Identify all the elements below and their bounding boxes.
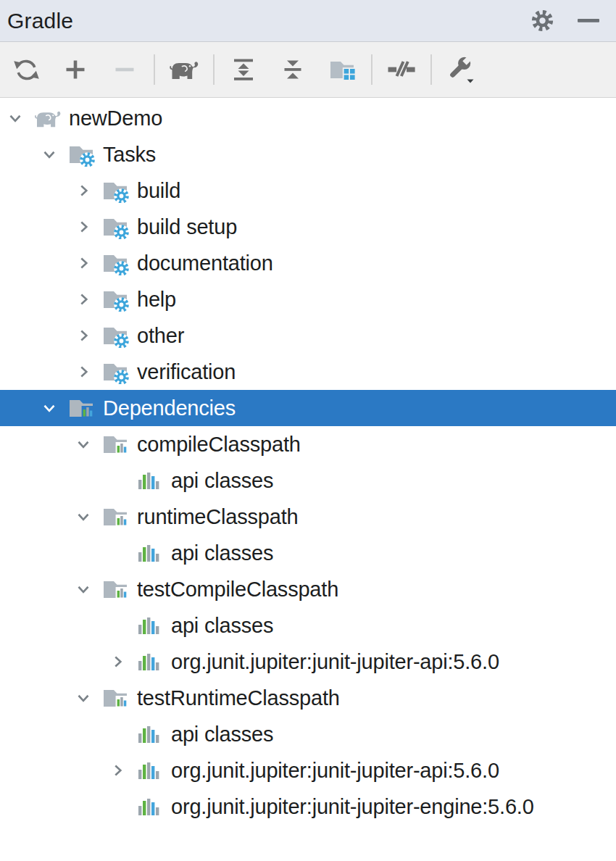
- tree-row-label: org.junit.jupiter:junit-jupiter-api:5.6.…: [171, 650, 499, 674]
- chevron-down-icon[interactable]: [74, 580, 101, 599]
- folder-gear-icon: [67, 142, 96, 167]
- hide-tool-window-button[interactable]: [574, 7, 603, 36]
- folder-gear-icon: [101, 215, 130, 239]
- tree-row[interactable]: build: [0, 172, 616, 209]
- chevron-down-icon[interactable]: [74, 689, 101, 707]
- group-modules-button[interactable]: [320, 49, 365, 90]
- bar-chart-icon: [136, 759, 165, 782]
- toolbar-separator: [371, 54, 372, 85]
- bar-chart-icon: [136, 650, 165, 673]
- refresh-gradle-projects-button[interactable]: [4, 49, 49, 90]
- folder-chart-icon: [101, 432, 130, 457]
- wrench-icon: [446, 54, 476, 85]
- tree-row-label: api classes: [171, 723, 273, 746]
- minimize-icon: [575, 8, 602, 34]
- chevron-right-icon[interactable]: [74, 326, 101, 345]
- refresh-icon: [13, 57, 40, 83]
- tree-row[interactable]: Tasks: [0, 136, 616, 172]
- tree-row[interactable]: documentation: [0, 245, 616, 281]
- chevron-down-icon[interactable]: [74, 435, 101, 454]
- tree-row[interactable]: api classes: [0, 535, 616, 571]
- chevron-right-icon[interactable]: [74, 290, 101, 309]
- gradle-tool-window: Gradle: [0, 0, 616, 861]
- chevron-down-icon[interactable]: [40, 399, 67, 417]
- tree-row[interactable]: help: [0, 281, 616, 317]
- tree-row[interactable]: api classes: [0, 462, 616, 499]
- toolbar-separator: [430, 54, 432, 85]
- plus-icon: [62, 57, 88, 83]
- tree-row[interactable]: verification: [0, 354, 616, 390]
- bar-chart-icon: [136, 795, 165, 818]
- gradle-toolbar: [0, 42, 616, 98]
- chevron-down-icon[interactable]: [74, 507, 101, 526]
- tree-row-label: newDemo: [69, 107, 162, 130]
- tree-row[interactable]: api classes: [0, 716, 616, 752]
- gradle-elephant-icon: [33, 107, 62, 130]
- tree-row-label: other: [137, 324, 184, 348]
- collapse-all-icon: [280, 57, 306, 83]
- tree-row-label: documentation: [137, 251, 273, 275]
- folder-chart-icon: [101, 686, 130, 710]
- tree-row-label: build setup: [137, 215, 237, 239]
- tree-row[interactable]: testRuntimeClasspath: [0, 680, 616, 716]
- bar-chart-icon: [136, 469, 165, 492]
- execute-gradle-task-button[interactable]: [162, 49, 207, 90]
- tree-row[interactable]: api classes: [0, 607, 616, 644]
- tree-row-label: runtimeClasspath: [137, 505, 298, 529]
- tree-row-label: compileClasspath: [137, 433, 301, 457]
- tree-row-label: api classes: [171, 541, 273, 565]
- tree-row[interactable]: Dependencies: [0, 390, 616, 426]
- tool-window-settings-button[interactable]: [528, 7, 557, 36]
- folder-chart-icon: [67, 396, 96, 420]
- tree-row[interactable]: build setup: [0, 209, 616, 245]
- chevron-right-icon[interactable]: [108, 761, 136, 780]
- build-tool-settings-button[interactable]: [438, 49, 483, 90]
- chevron-down-icon[interactable]: [40, 145, 67, 164]
- tree-row-label: verification: [137, 360, 236, 384]
- minus-icon: [112, 57, 138, 83]
- toggle-offline-mode-button[interactable]: [379, 49, 424, 90]
- gear-icon: [530, 8, 555, 33]
- bar-chart-icon: [136, 723, 165, 746]
- tree-row[interactable]: org.junit.jupiter:junit-jupiter-engine:5…: [0, 789, 616, 825]
- tree-row[interactable]: runtimeClasspath: [0, 499, 616, 535]
- tree-row-label: testCompileClasspath: [137, 578, 338, 602]
- tree-row-label: Tasks: [103, 143, 156, 167]
- tree-row[interactable]: newDemo: [0, 100, 616, 136]
- chevron-right-icon[interactable]: [74, 362, 101, 381]
- add-gradle-project-button[interactable]: [53, 49, 98, 90]
- folder-gear-icon: [101, 323, 130, 348]
- chevron-right-icon[interactable]: [108, 652, 136, 671]
- tree-row-label: Dependencies: [103, 396, 236, 420]
- folder-gear-icon: [101, 287, 130, 312]
- tree-row[interactable]: org.junit.jupiter:junit-jupiter-api:5.6.…: [0, 752, 616, 789]
- folder-gear-icon: [101, 178, 130, 203]
- folder-gear-icon: [101, 359, 130, 384]
- tree-row[interactable]: org.junit.jupiter:junit-jupiter-api:5.6.…: [0, 644, 616, 680]
- expand-all-icon: [230, 57, 257, 83]
- collapse-all-button[interactable]: [270, 49, 315, 90]
- remove-gradle-project-button[interactable]: [102, 49, 147, 90]
- tree-row[interactable]: testCompileClasspath: [0, 571, 616, 607]
- chevron-right-icon[interactable]: [74, 181, 101, 200]
- bar-chart-icon: [136, 614, 165, 637]
- folder-chart-icon: [101, 504, 130, 529]
- chevron-right-icon[interactable]: [74, 254, 101, 273]
- tree-row-label: testRuntimeClasspath: [137, 686, 340, 710]
- tree-row-label: api classes: [171, 469, 273, 493]
- tree-row-label: build: [137, 179, 180, 203]
- gradle-elephant-toolbar-icon: [168, 57, 200, 82]
- tree-row[interactable]: compileClasspath: [0, 426, 616, 462]
- tree-row-label: api classes: [171, 614, 273, 638]
- bar-chart-icon: [136, 541, 165, 565]
- tree-row[interactable]: other: [0, 317, 616, 354]
- gradle-project-tree: newDemo Tasks build build setup document…: [0, 98, 616, 861]
- chevron-right-icon[interactable]: [74, 217, 101, 236]
- folder-chart-icon: [101, 577, 130, 602]
- chevron-down-icon[interactable]: [6, 109, 33, 128]
- group-modules-icon: [328, 57, 357, 82]
- folder-gear-icon: [101, 251, 130, 275]
- tree-row-label: org.junit.jupiter:junit-jupiter-engine:5…: [171, 795, 534, 819]
- toolbar-separator: [154, 54, 155, 85]
- expand-all-button[interactable]: [221, 49, 266, 90]
